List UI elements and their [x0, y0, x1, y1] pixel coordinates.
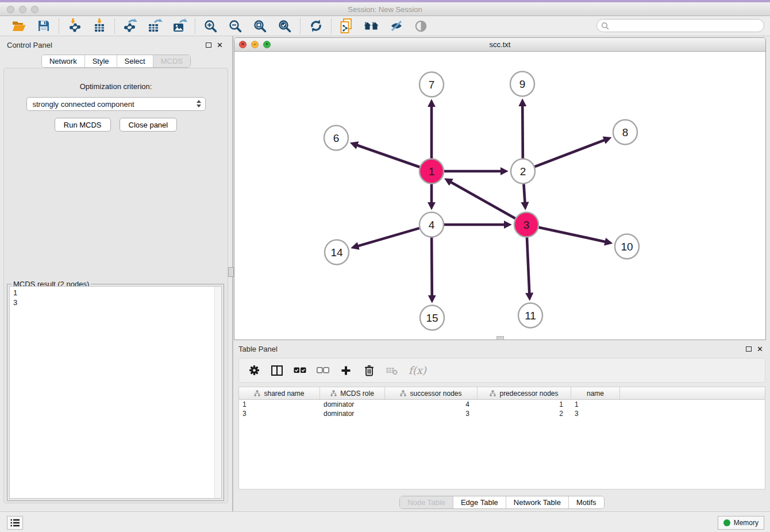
delete-table-icon	[386, 364, 398, 377]
column-header-label: shared name	[264, 390, 304, 398]
select-all-columns-icon[interactable]	[294, 364, 306, 377]
cell-name[interactable]: 3	[571, 410, 620, 418]
search-field[interactable]	[596, 19, 764, 32]
status-bar: Memory	[0, 511, 770, 532]
tab-edge-table[interactable]: Edge Table	[453, 496, 506, 508]
graph-node-label: 4	[429, 219, 435, 231]
unselect-all-columns-icon[interactable]	[317, 364, 329, 377]
cell-shared-name[interactable]: 1	[239, 400, 320, 408]
export-image-icon[interactable]	[172, 18, 187, 34]
cell-predecessor-nodes[interactable]: 1	[478, 400, 571, 408]
graph-node-label: 15	[426, 312, 438, 324]
export-network-icon[interactable]	[122, 18, 138, 34]
import-group	[59, 18, 114, 34]
control-panel-tabbar: NetworkStyleSelectMCDS	[0, 55, 232, 68]
mcds-panel: Optimization criterion: strongly connect…	[3, 68, 228, 503]
graph-edge-2-9[interactable]	[522, 106, 523, 159]
view-group	[332, 18, 436, 34]
graph-node-label: 8	[622, 126, 629, 138]
graph-node-label: 2	[520, 165, 526, 178]
cell-MCDS-role[interactable]: dominator	[320, 410, 385, 418]
network-resize-handle[interactable]	[496, 336, 504, 340]
window-titlebar: Session: New Session	[0, 0, 770, 16]
graph-node-label: 10	[621, 241, 633, 253]
tab-mcds[interactable]: MCDS	[153, 55, 190, 67]
column-type-icon	[330, 390, 337, 396]
column-header-name[interactable]: name	[571, 387, 620, 399]
import-network-icon[interactable]	[67, 18, 82, 34]
column-header-successor-nodes[interactable]: successor nodes	[385, 387, 478, 399]
cell-successor-nodes[interactable]: 3	[385, 410, 478, 418]
network-canvas[interactable]: 7968124314101511	[234, 52, 765, 341]
tab-motifs[interactable]: Motifs	[568, 496, 604, 508]
export-table-icon[interactable]	[147, 18, 163, 34]
zoom-selected-icon[interactable]	[277, 18, 292, 34]
zoom-fit-icon[interactable]	[252, 18, 268, 34]
graph-edge-3-11[interactable]	[527, 237, 529, 294]
show-graphics-details-icon[interactable]	[413, 18, 429, 34]
cell-predecessor-nodes[interactable]: 2	[478, 410, 571, 418]
zoom-out-icon[interactable]	[228, 18, 243, 34]
column-header-MCDS-role[interactable]: MCDS role	[320, 387, 385, 399]
task-history-button[interactable]	[7, 516, 23, 530]
column-header-shared-name[interactable]: shared name	[239, 387, 320, 399]
cell-successor-nodes[interactable]: 4	[385, 400, 478, 408]
network-view-window: ✕ − + scc.txt 7968124314101511	[234, 37, 766, 340]
list-icon	[10, 519, 20, 527]
column-type-icon	[490, 390, 496, 396]
run-mcds-button[interactable]: Run MCDS	[55, 118, 111, 132]
optimization-criterion-select[interactable]: strongly connected component	[26, 97, 206, 111]
delete-columns-icon[interactable]	[363, 364, 375, 377]
apply-layout-icon[interactable]	[308, 18, 324, 34]
tab-select[interactable]: Select	[117, 55, 153, 67]
float-panel-icon[interactable]	[206, 43, 211, 48]
splitter-handle[interactable]	[228, 267, 234, 277]
zoom-in-icon[interactable]	[203, 18, 218, 34]
graph-edge-4-15[interactable]	[432, 237, 432, 296]
mcds-result-text[interactable]: 1 3	[9, 286, 222, 499]
float-panel-icon[interactable]	[746, 346, 752, 352]
tab-style[interactable]: Style	[84, 55, 117, 67]
table-row[interactable]: 3dominator323	[239, 409, 765, 418]
search-input[interactable]	[611, 21, 764, 31]
create-column-icon[interactable]	[340, 364, 352, 377]
close-panel-icon[interactable]: ✕	[217, 41, 223, 49]
result-scrollbar[interactable]	[214, 287, 221, 498]
graph-node-label: 1	[429, 165, 435, 178]
save-session-icon[interactable]	[36, 18, 51, 34]
graph-edge-1-6[interactable]	[357, 145, 419, 167]
session-group	[3, 18, 59, 34]
graph-edge-3-10[interactable]	[538, 228, 605, 242]
cell-shared-name[interactable]: 3	[239, 410, 320, 418]
layout-group	[301, 18, 331, 34]
close-panel-icon[interactable]: ✕	[757, 345, 763, 353]
cell-name[interactable]: 1	[571, 400, 620, 408]
tab-node-table[interactable]: Node Table	[400, 496, 453, 508]
table-options-icon[interactable]	[248, 364, 260, 377]
graph-edge-2-8[interactable]	[535, 140, 605, 167]
first-neighbors-icon[interactable]	[364, 18, 379, 34]
memory-status-icon	[723, 519, 730, 526]
hide-selected-icon[interactable]	[388, 18, 404, 34]
control-panel: Control Panel ✕ NetworkStyleSelectMCDS O…	[0, 36, 232, 511]
open-session-icon[interactable]	[11, 18, 26, 34]
tab-network-table[interactable]: Network Table	[506, 496, 568, 508]
graph-edge-2-3[interactable]	[523, 184, 525, 203]
column-header-predecessor-nodes[interactable]: predecessor nodes	[478, 387, 571, 399]
graph-edge-3-1[interactable]	[451, 182, 515, 219]
column-header-label: predecessor nodes	[499, 390, 558, 398]
tab-network[interactable]: Network	[42, 55, 84, 67]
show-columns-icon[interactable]	[271, 364, 283, 377]
graph-node-label: 9	[519, 78, 526, 90]
table-toolbar: f(x)	[238, 358, 765, 383]
memory-button[interactable]: Memory	[718, 516, 764, 530]
graph-edge-4-14[interactable]	[357, 228, 419, 246]
cell-MCDS-role[interactable]: dominator	[320, 400, 385, 408]
network-window-titlebar[interactable]: ✕ − + scc.txt	[234, 38, 765, 52]
import-table-icon[interactable]	[91, 18, 107, 34]
close-panel-button[interactable]: Close panel	[120, 118, 178, 132]
table-row[interactable]: 1dominator411	[239, 400, 765, 409]
clone-network-icon[interactable]	[339, 18, 355, 34]
graph-node-label: 7	[429, 79, 435, 91]
column-type-icon	[254, 390, 260, 396]
